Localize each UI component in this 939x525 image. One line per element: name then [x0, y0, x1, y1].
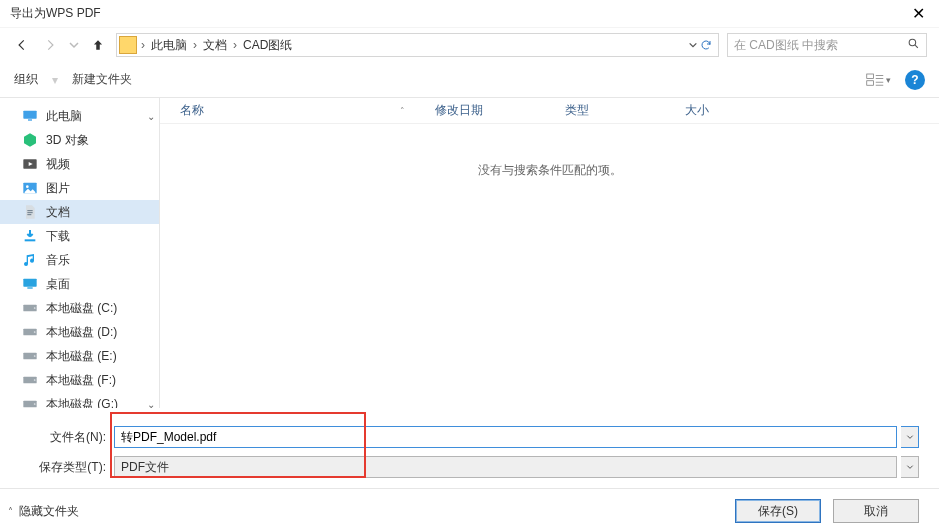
svg-point-18	[34, 379, 36, 381]
svg-point-14	[34, 331, 36, 333]
sidebar-item[interactable]: 图片	[0, 176, 159, 200]
chevron-right-icon[interactable]: ›	[139, 38, 147, 52]
sidebar-item[interactable]: 本地磁盘 (C:)	[0, 296, 159, 320]
disk-icon	[22, 348, 38, 364]
search-icon[interactable]	[907, 37, 920, 53]
toolbar: 组织 ▾ 新建文件夹 ▾ ?	[0, 62, 939, 98]
sidebar-item-label: 本地磁盘 (G:)	[46, 396, 118, 409]
toolbar-dropdown-icon[interactable]: ▾	[52, 73, 58, 87]
svg-point-0	[909, 39, 916, 46]
breadcrumb-item[interactable]: 此电脑	[149, 37, 189, 54]
view-mode-button[interactable]: ▾	[866, 73, 891, 87]
sidebar-item[interactable]: 本地磁盘 (D:)	[0, 320, 159, 344]
disk-icon	[22, 396, 38, 408]
filename-label: 文件名(N):	[20, 429, 110, 446]
file-list-area: 名称 ˄ 修改日期 类型 大小 没有与搜索条件匹配的项。	[160, 98, 939, 408]
search-placeholder: 在 CAD图纸 中搜索	[734, 37, 907, 54]
sidebar-item[interactable]: 桌面	[0, 272, 159, 296]
sidebar-item-label: 视频	[46, 156, 70, 173]
filename-dropdown[interactable]	[901, 426, 919, 448]
sidebar-item[interactable]: 音乐	[0, 248, 159, 272]
chevron-down-icon[interactable]: ⌄	[147, 399, 155, 409]
organize-menu[interactable]: 组织	[14, 71, 38, 88]
disk-icon	[22, 300, 38, 316]
video-icon	[22, 156, 38, 172]
sidebar-item[interactable]: 本地磁盘 (E:)	[0, 344, 159, 368]
sidebar-item-label: 下载	[46, 228, 70, 245]
breadcrumb[interactable]: › 此电脑 › 文档 › CAD图纸	[116, 33, 719, 57]
svg-point-7	[26, 185, 29, 188]
chevron-right-icon[interactable]: ›	[231, 38, 239, 52]
music-icon	[22, 252, 38, 268]
sidebar-item[interactable]: 本地磁盘 (G:)⌄	[0, 392, 159, 408]
folder-icon	[119, 36, 137, 54]
window-title: 导出为WPS PDF	[10, 5, 101, 22]
sort-indicator-icon: ˄	[400, 106, 405, 116]
sidebar-item-label: 本地磁盘 (D:)	[46, 324, 117, 341]
sidebar-item[interactable]: 文档	[0, 200, 159, 224]
doc-icon	[22, 204, 38, 220]
chevron-down-icon[interactable]: ⌄	[147, 111, 155, 122]
sidebar-item-label: 此电脑	[46, 108, 82, 125]
new-folder-button[interactable]: 新建文件夹	[72, 71, 132, 88]
column-name[interactable]: 名称 ˄	[180, 102, 435, 119]
footer: ˄ 隐藏文件夹 保存(S) 取消	[0, 489, 939, 525]
sidebar-item-label: 本地磁盘 (E:)	[46, 348, 117, 365]
nav-up-button[interactable]	[88, 35, 108, 55]
cube-icon	[22, 132, 38, 148]
breadcrumb-dropdown[interactable]	[688, 39, 716, 51]
breadcrumb-item[interactable]: 文档	[201, 37, 229, 54]
help-button[interactable]: ?	[905, 70, 925, 90]
svg-rect-3	[23, 111, 36, 119]
nav-bar: › 此电脑 › 文档 › CAD图纸 在 CAD图纸 中搜索	[0, 28, 939, 62]
nav-back-button[interactable]	[12, 35, 32, 55]
column-date[interactable]: 修改日期	[435, 102, 565, 119]
save-button[interactable]: 保存(S)	[735, 499, 821, 523]
nav-forward-button[interactable]	[40, 35, 60, 55]
hide-folders-label: 隐藏文件夹	[19, 503, 79, 520]
nav-recent-dropdown[interactable]	[68, 35, 80, 55]
sidebar-item-label: 本地磁盘 (F:)	[46, 372, 116, 389]
chevron-up-icon: ˄	[8, 506, 13, 517]
disk-icon	[22, 372, 38, 388]
search-input[interactable]: 在 CAD图纸 中搜索	[727, 33, 927, 57]
disk-icon	[22, 324, 38, 340]
sidebar-item[interactable]: 下载	[0, 224, 159, 248]
refresh-icon[interactable]	[700, 39, 712, 51]
empty-message: 没有与搜索条件匹配的项。	[160, 162, 939, 179]
svg-point-12	[34, 307, 36, 309]
breadcrumb-item[interactable]: CAD图纸	[241, 37, 294, 54]
sidebar-item-label: 文档	[46, 204, 70, 221]
sidebar-item-label: 桌面	[46, 276, 70, 293]
title-bar: 导出为WPS PDF ✕	[0, 0, 939, 28]
form-area: 文件名(N): 保存类型(T): PDF文件	[0, 408, 939, 488]
chevron-right-icon[interactable]: ›	[191, 38, 199, 52]
column-headers: 名称 ˄ 修改日期 类型 大小	[160, 98, 939, 124]
filetype-select[interactable]: PDF文件	[114, 456, 897, 478]
desktop-icon	[22, 276, 38, 292]
sidebar-splitter[interactable]	[155, 98, 159, 408]
column-name-label: 名称	[180, 102, 204, 119]
filetype-dropdown[interactable]	[901, 456, 919, 478]
svg-rect-2	[867, 80, 874, 85]
sidebar-item[interactable]: 此电脑⌄	[0, 104, 159, 128]
sidebar-item[interactable]: 视频	[0, 152, 159, 176]
cancel-button[interactable]: 取消	[833, 499, 919, 523]
filename-input[interactable]	[114, 426, 897, 448]
monitor-icon	[22, 108, 38, 124]
picture-icon	[22, 180, 38, 196]
dialog-body: 此电脑⌄3D 对象视频图片文档下载音乐桌面本地磁盘 (C:)本地磁盘 (D:)本…	[0, 98, 939, 408]
svg-rect-1	[867, 74, 874, 79]
sidebar-item-label: 3D 对象	[46, 132, 89, 149]
filetype-label: 保存类型(T):	[20, 459, 110, 476]
hide-folders-toggle[interactable]: ˄ 隐藏文件夹	[8, 503, 79, 520]
svg-rect-4	[28, 119, 32, 120]
sidebar-item[interactable]: 本地磁盘 (F:)	[0, 368, 159, 392]
close-icon[interactable]: ✕	[908, 4, 929, 23]
sidebar: 此电脑⌄3D 对象视频图片文档下载音乐桌面本地磁盘 (C:)本地磁盘 (D:)本…	[0, 98, 160, 408]
column-size[interactable]: 大小	[685, 102, 785, 119]
sidebar-item[interactable]: 3D 对象	[0, 128, 159, 152]
column-type[interactable]: 类型	[565, 102, 685, 119]
svg-point-16	[34, 355, 36, 357]
svg-rect-10	[27, 287, 32, 288]
